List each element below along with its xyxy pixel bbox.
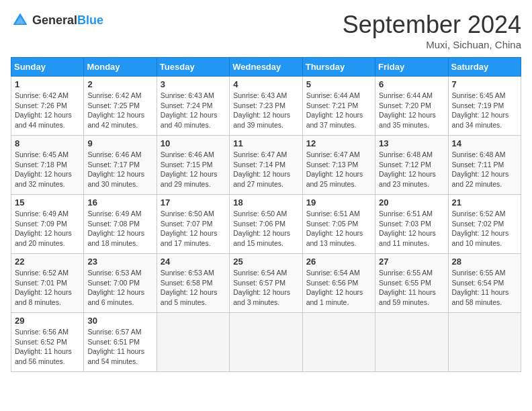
day-number: 21 [452,197,517,208]
day-info: Sunrise: 6:43 AMSunset: 7:24 PMDaylight:… [161,91,226,130]
calendar-cell [448,313,521,372]
day-number: 24 [161,257,226,267]
calendar-cell [375,313,448,372]
day-info: Sunrise: 6:56 AMSunset: 6:52 PMDaylight:… [15,327,80,367]
day-number: 14 [452,138,517,148]
day-number: 18 [233,197,298,208]
weekday-header: Wednesday [230,58,302,77]
day-info: Sunrise: 6:51 AMSunset: 7:03 PMDaylight:… [379,209,444,248]
weekday-header: Thursday [302,58,375,77]
day-number: 22 [15,257,80,267]
calendar-cell: 27Sunrise: 6:55 AMSunset: 6:55 PMDayligh… [375,254,448,313]
day-info: Sunrise: 6:54 AMSunset: 6:57 PMDaylight:… [233,268,298,308]
day-number: 20 [379,197,444,208]
day-info: Sunrise: 6:53 AMSunset: 6:58 PMDaylight:… [161,268,226,308]
calendar-cell: 26Sunrise: 6:54 AMSunset: 6:56 PMDayligh… [302,254,375,313]
day-info: Sunrise: 6:50 AMSunset: 7:07 PMDaylight:… [161,209,226,248]
location: Muxi, Sichuan, China [343,39,521,50]
logo-text: GeneralBlue [32,13,103,28]
calendar-cell: 3Sunrise: 6:43 AMSunset: 7:24 PMDaylight… [157,77,229,136]
calendar-week-row: 29Sunrise: 6:56 AMSunset: 6:52 PMDayligh… [11,313,521,372]
calendar-header-row: SundayMondayTuesdayWednesdayThursdayFrid… [11,58,521,77]
weekday-header: Saturday [448,58,521,77]
day-info: Sunrise: 6:44 AMSunset: 7:21 PMDaylight:… [306,91,371,130]
day-number: 17 [161,197,226,208]
day-number: 6 [379,79,444,89]
day-number: 1 [15,79,80,89]
day-number: 9 [87,138,152,148]
day-number: 28 [452,257,517,267]
calendar-cell: 6Sunrise: 6:44 AMSunset: 7:20 PMDaylight… [375,77,448,136]
day-info: Sunrise: 6:46 AMSunset: 7:15 PMDaylight:… [161,150,226,189]
calendar-cell: 2Sunrise: 6:42 AMSunset: 7:25 PMDaylight… [84,77,157,136]
day-number: 2 [87,79,152,89]
day-info: Sunrise: 6:46 AMSunset: 7:17 PMDaylight:… [87,150,152,189]
day-number: 4 [233,79,298,89]
calendar-cell [302,313,375,372]
day-number: 26 [306,257,371,267]
day-info: Sunrise: 6:42 AMSunset: 7:26 PMDaylight:… [15,91,80,130]
day-number: 8 [15,138,80,148]
calendar-cell: 9Sunrise: 6:46 AMSunset: 7:17 PMDaylight… [84,136,157,195]
day-info: Sunrise: 6:47 AMSunset: 7:14 PMDaylight:… [233,150,298,189]
day-number: 25 [233,257,298,267]
calendar-cell: 21Sunrise: 6:52 AMSunset: 7:02 PMDayligh… [448,195,521,254]
logo-blue: Blue [77,13,103,27]
day-info: Sunrise: 6:53 AMSunset: 7:00 PMDaylight:… [87,268,152,308]
day-number: 16 [87,197,152,208]
day-info: Sunrise: 6:52 AMSunset: 7:01 PMDaylight:… [15,268,80,308]
calendar-cell: 16Sunrise: 6:49 AMSunset: 7:08 PMDayligh… [84,195,157,254]
day-info: Sunrise: 6:55 AMSunset: 6:54 PMDaylight:… [452,268,517,308]
day-number: 23 [87,257,152,267]
day-number: 19 [306,197,371,208]
day-number: 15 [15,197,80,208]
calendar-cell: 7Sunrise: 6:45 AMSunset: 7:19 PMDaylight… [448,77,521,136]
day-info: Sunrise: 6:43 AMSunset: 7:23 PMDaylight:… [233,91,298,130]
logo-general: General [32,13,77,27]
calendar-cell: 14Sunrise: 6:48 AMSunset: 7:11 PMDayligh… [448,136,521,195]
title-block: September 2024 Muxi, Sichuan, China [343,11,521,50]
calendar-cell: 1Sunrise: 6:42 AMSunset: 7:26 PMDaylight… [11,77,84,136]
page-header: GeneralBlue September 2024 Muxi, Sichuan… [11,11,521,50]
calendar-cell: 23Sunrise: 6:53 AMSunset: 7:00 PMDayligh… [84,254,157,313]
calendar-week-row: 22Sunrise: 6:52 AMSunset: 7:01 PMDayligh… [11,254,521,313]
calendar-week-row: 1Sunrise: 6:42 AMSunset: 7:26 PMDaylight… [11,77,521,136]
day-number: 27 [379,257,444,267]
calendar-cell: 30Sunrise: 6:57 AMSunset: 6:51 PMDayligh… [84,313,157,372]
weekday-header: Friday [375,58,448,77]
day-number: 10 [161,138,226,148]
day-info: Sunrise: 6:54 AMSunset: 6:56 PMDaylight:… [306,268,371,308]
logo: GeneralBlue [11,11,103,30]
day-number: 12 [306,138,371,148]
calendar-cell: 18Sunrise: 6:50 AMSunset: 7:06 PMDayligh… [230,195,302,254]
calendar-week-row: 15Sunrise: 6:49 AMSunset: 7:09 PMDayligh… [11,195,521,254]
calendar-cell: 12Sunrise: 6:47 AMSunset: 7:13 PMDayligh… [302,136,375,195]
day-info: Sunrise: 6:57 AMSunset: 6:51 PMDaylight:… [87,327,152,367]
day-number: 7 [452,79,517,89]
calendar-table: SundayMondayTuesdayWednesdayThursdayFrid… [11,57,521,372]
day-info: Sunrise: 6:49 AMSunset: 7:08 PMDaylight:… [87,209,152,248]
day-info: Sunrise: 6:45 AMSunset: 7:19 PMDaylight:… [452,91,517,130]
calendar-cell [230,313,302,372]
calendar-cell: 8Sunrise: 6:45 AMSunset: 7:18 PMDaylight… [11,136,84,195]
calendar-week-row: 8Sunrise: 6:45 AMSunset: 7:18 PMDaylight… [11,136,521,195]
calendar-cell: 25Sunrise: 6:54 AMSunset: 6:57 PMDayligh… [230,254,302,313]
calendar-cell: 17Sunrise: 6:50 AMSunset: 7:07 PMDayligh… [157,195,229,254]
calendar-cell: 13Sunrise: 6:48 AMSunset: 7:12 PMDayligh… [375,136,448,195]
calendar-cell: 22Sunrise: 6:52 AMSunset: 7:01 PMDayligh… [11,254,84,313]
calendar-cell: 5Sunrise: 6:44 AMSunset: 7:21 PMDaylight… [302,77,375,136]
calendar-cell: 15Sunrise: 6:49 AMSunset: 7:09 PMDayligh… [11,195,84,254]
day-info: Sunrise: 6:52 AMSunset: 7:02 PMDaylight:… [452,209,517,248]
calendar-cell: 20Sunrise: 6:51 AMSunset: 7:03 PMDayligh… [375,195,448,254]
day-info: Sunrise: 6:48 AMSunset: 7:11 PMDaylight:… [452,150,517,189]
calendar-cell: 11Sunrise: 6:47 AMSunset: 7:14 PMDayligh… [230,136,302,195]
day-info: Sunrise: 6:44 AMSunset: 7:20 PMDaylight:… [379,91,444,130]
day-number: 3 [161,79,226,89]
day-info: Sunrise: 6:48 AMSunset: 7:12 PMDaylight:… [379,150,444,189]
day-info: Sunrise: 6:50 AMSunset: 7:06 PMDaylight:… [233,209,298,248]
day-info: Sunrise: 6:51 AMSunset: 7:05 PMDaylight:… [306,209,371,248]
calendar-cell [157,313,229,372]
day-number: 11 [233,138,298,148]
day-info: Sunrise: 6:49 AMSunset: 7:09 PMDaylight:… [15,209,80,248]
day-info: Sunrise: 6:55 AMSunset: 6:55 PMDaylight:… [379,268,444,308]
